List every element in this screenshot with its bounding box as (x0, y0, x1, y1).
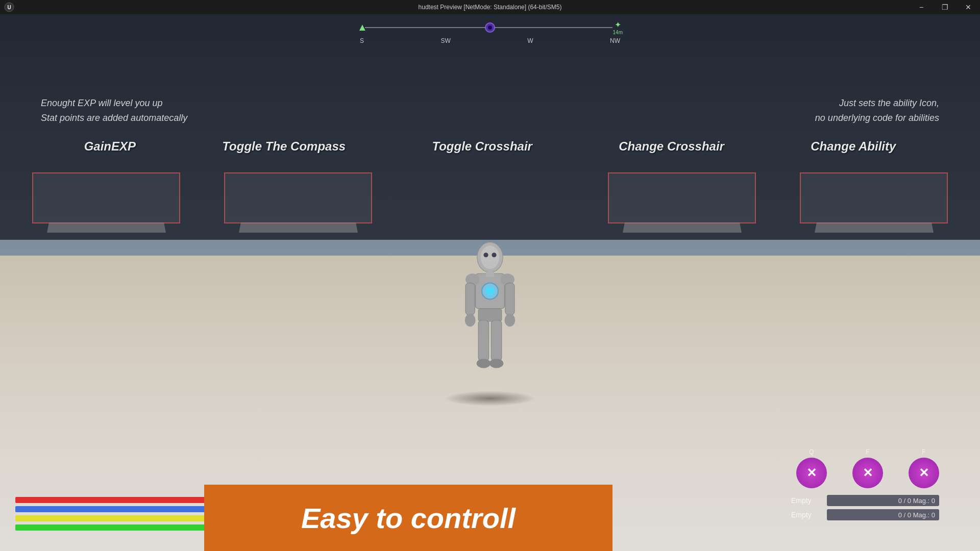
ue-logo-icon: U (4, 2, 14, 12)
exp-info: Enought EXP will level you up Stat point… (41, 96, 187, 126)
compass-center-dot (485, 22, 495, 33)
action-change-crosshair: Change Crosshair (619, 139, 724, 154)
svg-rect-16 (478, 320, 489, 361)
platform-5 (800, 172, 948, 223)
ability-icons-row: Q F F (791, 448, 939, 488)
compass-labels: S SW W NW (357, 37, 623, 44)
weapon-ammo-text-1: 0 / 0 Mag.: 0 (898, 497, 935, 505)
weapon-slots: Empty 0 / 0 Mag.: 0 Empty 0 / 0 Mag.: 0 (791, 495, 939, 520)
weapon-ammo-text-2: 0 / 0 Mag.: 0 (898, 511, 935, 519)
action-toggle-compass: Toggle The Compass (222, 139, 346, 154)
platform-2 (224, 172, 372, 223)
weapon-slot-1: Empty 0 / 0 Mag.: 0 (791, 495, 939, 506)
weapon-slot-2: Empty 0 / 0 Mag.: 0 (791, 509, 939, 520)
robot-svg (439, 240, 541, 403)
weapon-ammo-bar-1: 0 / 0 Mag.: 0 (827, 495, 939, 506)
svg-point-19 (489, 359, 503, 368)
ability-icon-3[interactable] (909, 458, 939, 488)
action-toggle-crosshair: Toggle Crosshair (432, 139, 532, 154)
game-viewport: ▲ ✦ 14m S SW W NW Enought EXP will level… (0, 14, 980, 551)
action-labels: GainEXP Toggle The Compass Toggle Crossh… (0, 139, 980, 154)
weapon-slot-1-name: Empty (791, 496, 822, 505)
compass-right-icon: ✦ 14m (613, 20, 623, 35)
compass-label-s: S (360, 37, 364, 44)
platform-1 (32, 172, 180, 223)
exp-line1: Enought EXP will level you up (41, 96, 187, 111)
stat-bar-mana (15, 506, 209, 512)
svg-point-3 (481, 245, 500, 269)
ability-icon-2[interactable] (852, 458, 883, 488)
svg-rect-20 (486, 271, 494, 277)
platforms (0, 172, 980, 223)
robot-character (439, 240, 541, 403)
stat-bar-hp (15, 497, 209, 503)
ability-key-f2: F (922, 448, 925, 456)
weapon-slot-2-name: Empty (791, 511, 822, 519)
exp-line2: Stat points are added automatecally (41, 111, 187, 126)
ability-icon-1[interactable] (796, 458, 827, 488)
weapon-ammo-bar-2: 0 / 0 Mag.: 0 (827, 509, 939, 520)
ability-slot-3: F (909, 448, 939, 488)
stats-bars (15, 497, 209, 531)
restore-button[interactable]: ❐ (933, 0, 957, 14)
compass-left-icon: ▲ (357, 21, 368, 33)
stat-bar-exp (15, 524, 209, 531)
minimize-button[interactable]: − (910, 0, 933, 14)
compass-label-sw: SW (440, 37, 450, 44)
svg-text:U: U (7, 5, 11, 10)
svg-rect-15 (478, 309, 502, 321)
svg-point-5 (492, 253, 496, 257)
ability-line1: Just sets the ability Icon, (815, 96, 939, 111)
compass-label-w: W (527, 37, 533, 44)
action-change-ability: Change Ability (811, 139, 896, 154)
ability-info: Just sets the ability Icon, no underlyin… (815, 96, 939, 126)
compass-container: ▲ ✦ 14m S SW W NW (357, 18, 623, 44)
title-bar-controls: − ❐ ✕ (910, 0, 980, 14)
banner-text: Easy to controll (301, 502, 516, 535)
svg-point-4 (483, 253, 488, 257)
action-gain-exp: GainEXP (84, 139, 136, 154)
ability-key-f1: F (866, 448, 869, 456)
title-bar-title: hudtest Preview [NetMode: Standalone] (6… (419, 4, 562, 11)
title-bar: U hudtest Preview [NetMode: Standalone] … (0, 0, 980, 14)
ability-slot-1: Q (796, 448, 827, 488)
ability-slots: Q F F Empty 0 / 0 (791, 448, 939, 520)
svg-point-14 (505, 314, 516, 327)
ability-slot-2: F (852, 448, 883, 488)
platform-4 (608, 172, 756, 223)
ability-key-q: Q (809, 448, 814, 456)
svg-point-18 (477, 359, 491, 368)
svg-rect-12 (505, 283, 514, 315)
orange-banner: Easy to controll (204, 485, 612, 551)
title-bar-left: U (0, 2, 18, 12)
stat-bar-stamina (15, 515, 209, 521)
compass-label-nw: NW (610, 37, 620, 44)
svg-rect-11 (465, 283, 475, 315)
close-button[interactable]: ✕ (957, 0, 980, 14)
ability-line2: no underlying code for abilities (815, 111, 939, 126)
svg-point-13 (465, 314, 476, 327)
svg-rect-17 (491, 320, 502, 361)
svg-point-8 (485, 286, 495, 295)
